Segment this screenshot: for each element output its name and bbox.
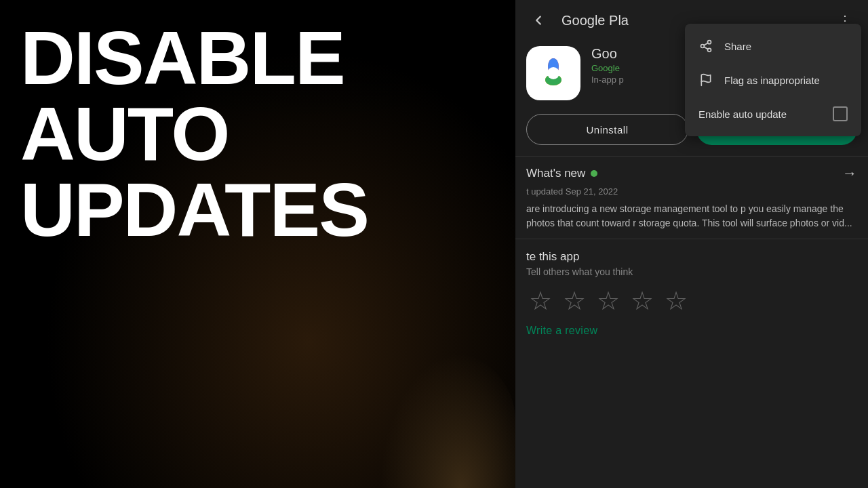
svg-line-3 bbox=[704, 47, 708, 49]
back-button[interactable] bbox=[526, 8, 551, 33]
write-review-button[interactable]: Write a review bbox=[526, 325, 597, 337]
update-date: t updated Sep 21, 2022 bbox=[526, 186, 857, 197]
auto-update-checkbox[interactable] bbox=[833, 106, 848, 121]
share-label: Share bbox=[724, 41, 751, 52]
flag-icon bbox=[698, 73, 713, 87]
whats-new-section: What's new → t updated Sep 21, 2022 are … bbox=[515, 156, 868, 239]
svg-line-4 bbox=[704, 43, 708, 45]
rate-subtitle: Tell others what you think bbox=[526, 266, 857, 277]
rate-section: te this app Tell others what you think ☆… bbox=[515, 239, 868, 342]
app-icon bbox=[526, 46, 580, 100]
star-5[interactable]: ☆ bbox=[665, 288, 688, 314]
stars-row: ☆ ☆ ☆ ☆ ☆ bbox=[526, 288, 857, 314]
app-container: DISABLE AUTO UPDATES Google Pla ⋮ bbox=[0, 0, 868, 488]
video-panel: DISABLE AUTO UPDATES bbox=[0, 0, 515, 488]
photos-icon-svg bbox=[534, 54, 572, 92]
star-3[interactable]: ☆ bbox=[597, 288, 620, 314]
hand-silhouette bbox=[380, 352, 515, 488]
share-icon bbox=[698, 39, 713, 54]
auto-update-row: Enable auto update bbox=[685, 97, 861, 131]
flag-menu-item[interactable]: Flag as inappropriate bbox=[685, 63, 861, 97]
play-panel: Google Pla ⋮ Share bbox=[515, 0, 868, 488]
auto-update-label: Enable auto update bbox=[698, 108, 787, 120]
star-2[interactable]: ☆ bbox=[563, 288, 586, 314]
star-4[interactable]: ☆ bbox=[631, 288, 654, 314]
whats-new-arrow[interactable]: → bbox=[842, 165, 857, 182]
svg-point-10 bbox=[547, 67, 559, 79]
flag-label: Flag as inappropriate bbox=[724, 75, 820, 86]
whats-new-header: What's new → bbox=[526, 165, 857, 182]
green-dot bbox=[591, 170, 597, 177]
share-menu-item[interactable]: Share bbox=[685, 29, 861, 63]
uninstall-button[interactable]: Uninstall bbox=[526, 114, 688, 145]
star-1[interactable]: ☆ bbox=[529, 288, 552, 314]
update-text: are introducing a new storage management… bbox=[526, 202, 857, 230]
dropdown-menu: Share Flag as inappropriate Enable auto … bbox=[685, 24, 861, 136]
whats-new-title: What's new bbox=[526, 167, 597, 180]
video-title: DISABLE AUTO UPDATES bbox=[20, 20, 495, 248]
rate-title: te this app bbox=[526, 250, 857, 264]
